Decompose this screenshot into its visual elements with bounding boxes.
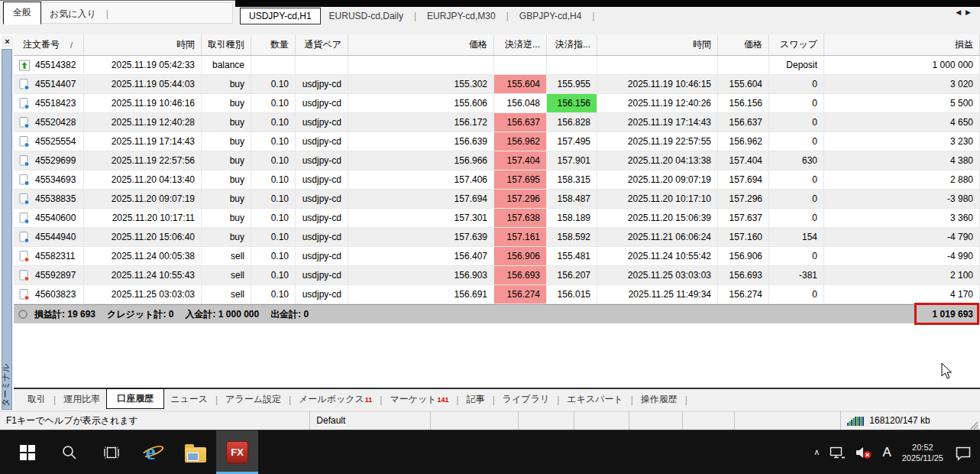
terminal-tab[interactable]: 操作履歴 bbox=[635, 391, 684, 408]
close-price bbox=[718, 56, 769, 74]
table-row[interactable]: 45540600 2025.11.20 10:17:11 buy 0.10 us… bbox=[14, 209, 980, 228]
order-number: 45534693 bbox=[35, 174, 76, 185]
swap: 0 bbox=[769, 170, 824, 189]
table-row[interactable]: 45603823 2025.11.25 03:03:03 sell 0.10 u… bbox=[14, 285, 980, 304]
action-center-button[interactable] bbox=[949, 430, 977, 474]
table-row[interactable]: 45544940 2025.11.20 15:06:40 buy 0.10 us… bbox=[14, 228, 980, 247]
column-header[interactable]: 価格 bbox=[348, 34, 494, 55]
table-row[interactable]: 45534693 2025.11.20 04:13:40 buy 0.10 us… bbox=[14, 170, 980, 190]
table-row[interactable]: 45592897 2025.11.24 10:55:43 sell 0.10 u… bbox=[14, 266, 980, 285]
terminal-tab[interactable]: 記事 bbox=[461, 391, 491, 408]
summary-status-icon bbox=[18, 310, 27, 319]
resize-grip[interactable] bbox=[962, 411, 980, 430]
chart-tab[interactable]: GBPJPY-cd,H4 bbox=[511, 8, 590, 24]
sort-indicator: / bbox=[70, 41, 73, 50]
stop-loss bbox=[494, 56, 547, 74]
scroll-right-icon[interactable]: ▶ bbox=[965, 8, 975, 16]
symbol: usdjpy-cd bbox=[296, 190, 348, 208]
column-header[interactable]: 時間 bbox=[597, 34, 718, 55]
status-help-text: F1キーでヘルプが表示されます bbox=[0, 411, 309, 430]
terminal-tab[interactable]: 運用比率 bbox=[57, 391, 106, 408]
open-time: 2025.11.19 17:14:43 bbox=[84, 132, 202, 151]
symbol: usdjpy-cd bbox=[296, 170, 348, 189]
tab-favorites[interactable]: お気に入り bbox=[41, 4, 105, 24]
chart-tab[interactable]: EURJPY-cd,M30 bbox=[419, 8, 504, 24]
terminal-tab[interactable]: ライブラリ bbox=[496, 391, 555, 408]
search-button[interactable] bbox=[48, 430, 90, 474]
profit: -4 990 bbox=[824, 247, 980, 265]
stop-loss: 156.274 bbox=[494, 285, 547, 304]
tab-separator: | bbox=[590, 11, 597, 21]
clock-date: 2025/11/25 bbox=[902, 453, 943, 463]
open-time: 2025.11.19 05:44:03 bbox=[84, 75, 202, 93]
tab-separator: | bbox=[105, 8, 110, 24]
profile-selector[interactable]: Default bbox=[309, 411, 430, 430]
close-price: 157.694 bbox=[718, 170, 769, 189]
column-header[interactable]: 注文番号/ bbox=[17, 34, 84, 55]
table-row[interactable]: 45514382 2025.11.19 05:42:33 balance Dep… bbox=[14, 56, 980, 75]
chart-tab[interactable]: USDJPY-cd,H1 bbox=[240, 8, 321, 24]
swap: 0 bbox=[769, 113, 824, 131]
column-header[interactable]: 時間 bbox=[84, 34, 202, 55]
chart-tabbar: USDJPY-cd,H1EURUSD-cd,Daily|EURJPY-cd,M3… bbox=[235, 7, 980, 24]
open-price: 156.691 bbox=[348, 285, 494, 304]
column-header[interactable]: 決済指... bbox=[547, 34, 597, 55]
tab-general[interactable]: 全般 bbox=[3, 2, 41, 24]
terminal-tab[interactable]: メールボックス11 bbox=[293, 391, 378, 408]
terminal-tab[interactable]: 取引 bbox=[21, 391, 52, 408]
terminal-tab[interactable]: ニュース bbox=[164, 391, 214, 408]
speaker-muted-icon bbox=[855, 445, 873, 460]
terminal-tab[interactable]: 口座履歴 bbox=[106, 388, 164, 409]
table-row[interactable]: 45520428 2025.11.19 12:40:28 buy 0.10 us… bbox=[14, 113, 980, 132]
volume-muted-button[interactable] bbox=[850, 430, 878, 474]
column-header[interactable]: 決済逆... bbox=[494, 34, 547, 55]
close-terminal-button[interactable]: × bbox=[2, 35, 13, 47]
taskbar-clock[interactable]: 20:52 2025/11/25 bbox=[896, 430, 949, 474]
terminal-tabbar: 取引|運用比率口座履歴ニュース|アラーム設定|メールボックス11|マーケット14… bbox=[14, 389, 980, 410]
hidden-icons-chevron[interactable]: ∧ bbox=[809, 430, 824, 474]
internet-explorer-button[interactable]: e bbox=[132, 430, 174, 474]
volume: 0.10 bbox=[251, 113, 296, 131]
open-price: 156.639 bbox=[348, 132, 494, 151]
order-type-icon bbox=[19, 79, 30, 90]
close-time: 2025.11.24 10:55:42 bbox=[597, 247, 718, 265]
column-header[interactable]: 価格 bbox=[718, 34, 769, 55]
mt4-app-button[interactable]: FX bbox=[216, 430, 258, 474]
table-row[interactable]: 45529699 2025.11.19 22:57:56 buy 0.10 us… bbox=[14, 151, 980, 170]
table-row[interactable]: 45538835 2025.11.20 09:07:19 buy 0.10 us… bbox=[14, 190, 980, 209]
profit: 4 170 bbox=[824, 285, 980, 304]
start-button[interactable] bbox=[6, 430, 48, 474]
terminal-tab[interactable]: エキスパート bbox=[561, 391, 629, 408]
column-header[interactable]: 取引種別 bbox=[202, 34, 251, 55]
unread-badge: 141 bbox=[438, 396, 449, 404]
close-time: 2025.11.20 04:13:38 bbox=[597, 151, 718, 170]
column-header[interactable]: 通貨ペア bbox=[296, 34, 348, 55]
chart-tab[interactable]: EURUSD-cd,Daily bbox=[321, 8, 412, 24]
scroll-left-icon[interactable]: ◀ bbox=[956, 8, 965, 16]
close-price: 157.296 bbox=[718, 190, 769, 208]
column-header[interactable]: 数量 bbox=[251, 34, 296, 55]
open-price: 156.966 bbox=[348, 151, 494, 170]
summary-totals: 損益計: 19 693クレジット計: 0入金計: 1 000 000出金計: 0 bbox=[34, 308, 320, 321]
profit: 4 650 bbox=[824, 113, 980, 131]
tab-scroll-arrows[interactable]: ◀▶ bbox=[956, 8, 975, 16]
file-explorer-button[interactable] bbox=[174, 430, 216, 474]
network-tray-button[interactable] bbox=[824, 430, 850, 474]
table-row[interactable]: 45514407 2025.11.19 05:44:03 buy 0.10 us… bbox=[14, 75, 980, 94]
resize-grip-icon bbox=[968, 419, 978, 430]
ime-indicator[interactable]: A bbox=[878, 430, 895, 474]
table-row[interactable]: 45525554 2025.11.19 17:14:43 buy 0.10 us… bbox=[14, 132, 980, 151]
history-table-header: 注文番号/時間取引種別数量通貨ペア価格決済逆...決済指...時間価格スワップ損… bbox=[14, 34, 980, 56]
stop-loss: 157.638 bbox=[494, 209, 547, 227]
column-header[interactable]: 損益 bbox=[824, 34, 980, 55]
terminal-side-strip: ターミナル bbox=[2, 49, 12, 410]
task-view-button[interactable] bbox=[90, 430, 132, 474]
terminal-tab[interactable]: マーケット141 bbox=[383, 391, 454, 408]
trade-type: buy bbox=[202, 94, 251, 112]
column-header[interactable]: スワップ bbox=[769, 34, 824, 55]
table-row[interactable]: 45518423 2025.11.19 10:46:16 buy 0.10 us… bbox=[14, 94, 980, 113]
stop-loss: 156.637 bbox=[494, 113, 547, 131]
terminal-tab[interactable]: アラーム設定 bbox=[219, 391, 287, 408]
order-type-icon bbox=[19, 232, 30, 243]
table-row[interactable]: 45582311 2025.11.24 00:05:38 sell 0.10 u… bbox=[14, 247, 980, 266]
